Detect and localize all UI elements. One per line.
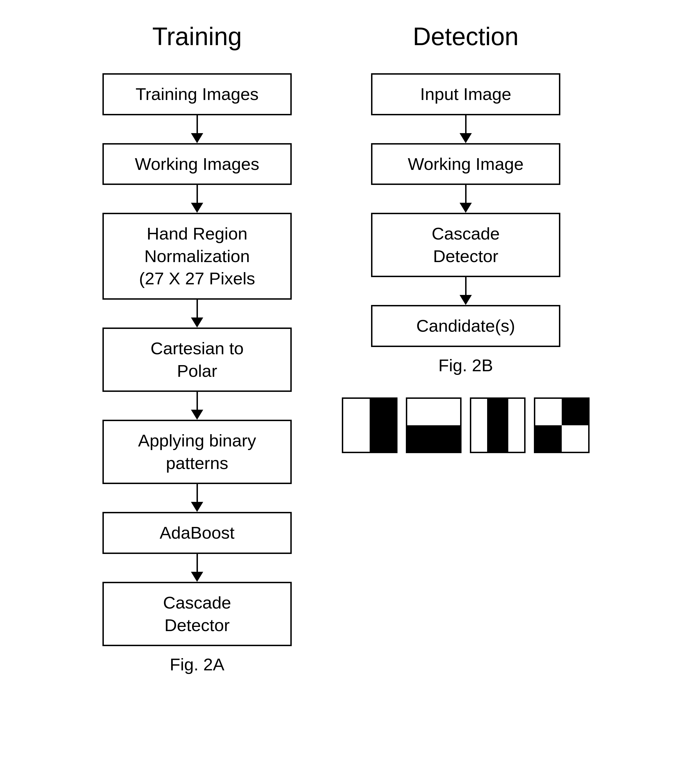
arrow-head bbox=[191, 203, 203, 213]
diagram-container: Training Training Images Working Images … bbox=[17, 22, 675, 674]
detection-title: Detection bbox=[413, 22, 519, 51]
adaboost-box: AdaBoost bbox=[102, 512, 292, 554]
candidates-box: Candidate(s) bbox=[371, 305, 561, 347]
arrow-3 bbox=[191, 300, 203, 328]
fig-2b-label: Fig. 2B bbox=[439, 356, 493, 375]
arrow-head bbox=[191, 318, 203, 328]
pattern-1 bbox=[342, 397, 398, 453]
arrow-d3 bbox=[460, 277, 472, 305]
arrow-head bbox=[191, 572, 203, 582]
hand-region-box: Hand RegionNormalization(27 X 27 Pixels bbox=[102, 213, 292, 300]
arrow-line bbox=[197, 484, 198, 502]
arrow-line bbox=[465, 185, 467, 203]
arrow-head bbox=[191, 410, 203, 420]
arrow-line bbox=[197, 392, 198, 410]
fig-2a-label: Fig. 2A bbox=[170, 654, 224, 674]
arrow-2 bbox=[191, 185, 203, 213]
arrow-1 bbox=[191, 115, 203, 143]
arrow-head bbox=[460, 133, 472, 143]
training-images-box: Training Images bbox=[102, 73, 292, 115]
binary-patterns-box: Applying binarypatterns bbox=[102, 420, 292, 484]
arrow-4 bbox=[191, 392, 203, 420]
pattern-4 bbox=[534, 397, 590, 453]
arrow-d1 bbox=[460, 115, 472, 143]
pattern-4-top-right bbox=[562, 399, 588, 425]
patterns-row bbox=[342, 397, 590, 453]
arrow-5 bbox=[191, 484, 203, 512]
arrow-line bbox=[465, 115, 467, 133]
cascade-detector-box-training: CascadeDetector bbox=[102, 582, 292, 646]
training-title: Training bbox=[152, 22, 242, 51]
pattern-3 bbox=[470, 397, 526, 453]
working-images-box: Working Images bbox=[102, 143, 292, 185]
training-column: Training Training Images Working Images … bbox=[102, 22, 292, 674]
working-image-box: Working Image bbox=[371, 143, 561, 185]
pattern-4-grid bbox=[535, 399, 588, 452]
arrow-head bbox=[191, 502, 203, 512]
arrow-line bbox=[465, 277, 467, 295]
pattern-4-bottom-left bbox=[535, 425, 562, 452]
arrow-head bbox=[191, 133, 203, 143]
cascade-detector-box-detection: CascadeDetector bbox=[371, 213, 561, 277]
arrow-6 bbox=[191, 554, 203, 582]
arrow-line bbox=[197, 300, 198, 318]
input-image-box: Input Image bbox=[371, 73, 561, 115]
arrow-line bbox=[197, 554, 198, 572]
pattern-4-top-left bbox=[535, 399, 562, 425]
arrow-line bbox=[197, 185, 198, 203]
pattern-4-bottom-right bbox=[562, 425, 588, 452]
arrow-d2 bbox=[460, 185, 472, 213]
pattern-2 bbox=[406, 397, 462, 453]
detection-column: Detection Input Image Working Image Casc… bbox=[342, 22, 590, 453]
arrow-head bbox=[460, 295, 472, 305]
arrow-head bbox=[460, 203, 472, 213]
cartesian-polar-box: Cartesian toPolar bbox=[102, 328, 292, 392]
arrow-line bbox=[197, 115, 198, 133]
